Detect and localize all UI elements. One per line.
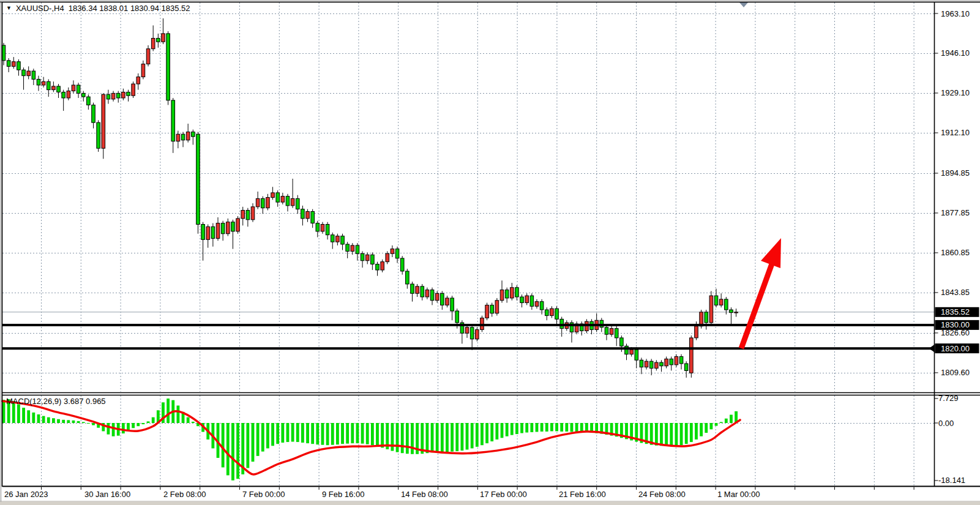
candle-bearish xyxy=(649,361,653,368)
macd-bar xyxy=(655,423,658,446)
macd-bar xyxy=(455,423,458,451)
candle-bullish xyxy=(550,309,554,315)
macd-bar xyxy=(271,423,274,446)
candle-bearish xyxy=(57,86,61,92)
macd-bar xyxy=(62,420,65,423)
macd-bar xyxy=(77,421,80,423)
candle-bullish xyxy=(132,84,135,95)
candle-bullish xyxy=(485,305,489,318)
candle-bullish xyxy=(336,236,340,242)
candle-bearish xyxy=(505,290,509,298)
macd-bar xyxy=(570,423,574,432)
ohlc-values-label: 1836.34 1838.01 1830.94 1835.52 xyxy=(69,4,190,13)
candle-bearish xyxy=(441,293,444,305)
candle-bearish xyxy=(301,209,305,219)
candle-bearish xyxy=(286,196,290,206)
macd-bar xyxy=(460,423,463,451)
candle-bearish xyxy=(81,93,85,97)
candle-bullish xyxy=(495,301,499,313)
candle-bullish xyxy=(27,71,31,76)
time-axis-label: 2 Feb 08:00 xyxy=(163,490,206,499)
macd-indicator-label: MACD(12,26,9) 3.687 0.965 xyxy=(6,397,106,406)
svg-text:1820.00: 1820.00 xyxy=(941,344,970,353)
macd-bar xyxy=(700,423,703,436)
candle-bullish xyxy=(655,362,659,368)
candle-bullish xyxy=(111,93,115,99)
candle-bearish xyxy=(7,61,10,67)
macd-bar xyxy=(680,423,683,445)
candle-bearish xyxy=(37,79,40,85)
chart-canvas[interactable]: 1963.101946.101929.101912.101894.851877.… xyxy=(0,0,980,505)
candle-bearish xyxy=(555,309,559,319)
macd-bar xyxy=(446,423,449,452)
macd-bar xyxy=(426,423,429,453)
macd-bar xyxy=(545,423,548,432)
macd-bar xyxy=(152,417,155,423)
macd-bar xyxy=(112,423,115,436)
candle-bearish xyxy=(92,105,95,122)
macd-bar xyxy=(515,423,518,434)
macd-bar xyxy=(540,423,544,432)
macd-bar xyxy=(575,423,578,432)
candle-bullish xyxy=(256,198,260,206)
macd-bar xyxy=(490,423,493,441)
candle-bearish xyxy=(605,327,608,334)
macd-bar xyxy=(441,423,444,452)
candle-bearish xyxy=(196,134,200,224)
macd-bar xyxy=(266,423,269,448)
time-axis-label: 26 Jan 2023 xyxy=(4,490,48,499)
candle-bullish xyxy=(351,245,354,252)
macd-bar xyxy=(466,423,469,450)
macd-bar xyxy=(560,423,563,432)
candle-bearish xyxy=(411,284,414,293)
candle-bearish xyxy=(705,312,708,323)
level-badge-1820: 1820.00 xyxy=(929,343,979,353)
macd-bar xyxy=(147,421,150,423)
macd-bar xyxy=(187,417,190,423)
macd-bar xyxy=(311,423,314,444)
candle-bearish xyxy=(714,296,718,305)
candle-bearish xyxy=(171,100,175,141)
candle-bullish xyxy=(525,296,529,302)
macd-bar xyxy=(321,423,324,445)
candle-bullish xyxy=(206,226,210,239)
candle-bearish xyxy=(371,255,375,264)
macd-bar xyxy=(226,423,230,475)
macd-bar xyxy=(286,423,290,442)
candle-bearish xyxy=(356,245,359,253)
macd-bar xyxy=(371,423,374,445)
svg-text:1830.00: 1830.00 xyxy=(941,320,970,329)
candle-bearish xyxy=(361,253,364,260)
candle-bullish xyxy=(446,298,449,305)
macd-bar xyxy=(246,423,249,468)
candle-bearish xyxy=(181,134,185,140)
candle-bullish xyxy=(416,286,419,293)
candle-bearish xyxy=(451,298,454,311)
macd-bar xyxy=(132,423,135,428)
candle-bullish xyxy=(102,94,105,148)
macd-bar xyxy=(406,423,409,454)
candle-bearish xyxy=(211,226,215,238)
macd-bar xyxy=(705,423,708,433)
macd-bar xyxy=(685,423,688,444)
macd-bar xyxy=(316,423,319,444)
time-axis-label: 30 Jan 16:00 xyxy=(84,490,130,499)
candle-bearish xyxy=(97,122,100,148)
macd-bar xyxy=(47,417,50,423)
macd-bar xyxy=(256,423,260,456)
macd-bar xyxy=(22,408,25,423)
candle-bearish xyxy=(515,288,519,297)
macd-bar xyxy=(550,423,553,431)
candle-bullish xyxy=(241,211,245,219)
candle-bullish xyxy=(435,293,439,300)
macd-bar xyxy=(366,423,369,444)
macd-bar xyxy=(506,423,509,436)
candle-bullish xyxy=(465,327,469,334)
candle-bullish xyxy=(141,64,145,77)
macd-bar xyxy=(481,423,484,445)
macd-bar xyxy=(555,423,558,431)
macd-bar xyxy=(501,423,504,438)
candle-bearish xyxy=(116,93,120,98)
candle-bullish xyxy=(690,338,694,373)
macd-bar xyxy=(351,423,354,443)
